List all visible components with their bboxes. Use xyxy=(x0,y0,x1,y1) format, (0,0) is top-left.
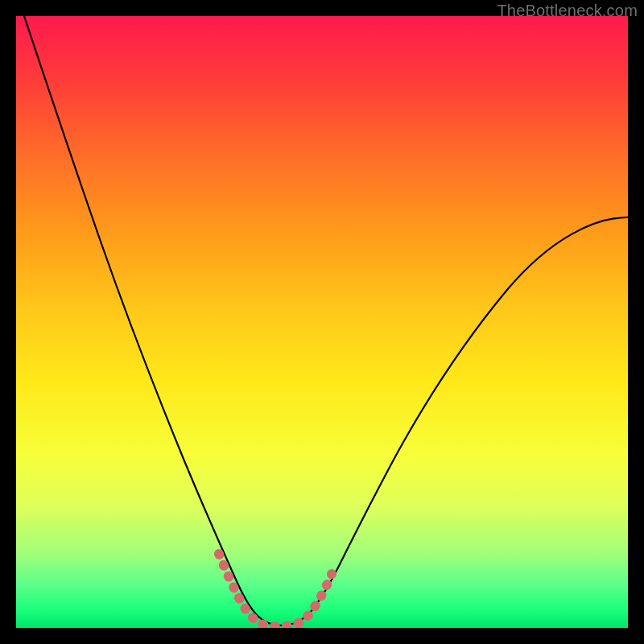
curve-layer xyxy=(16,16,628,628)
chart-frame: TheBottleneck.com xyxy=(0,0,644,644)
plot-area xyxy=(16,16,628,628)
watermark-text: TheBottleneck.com xyxy=(497,2,638,20)
highlight-valley xyxy=(219,554,332,626)
bottleneck-curve xyxy=(24,16,628,625)
